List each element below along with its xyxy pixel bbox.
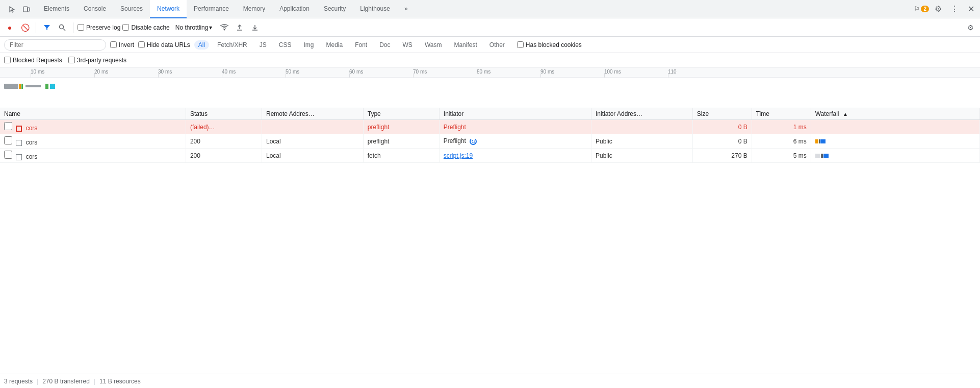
tab-memory[interactable]: Memory	[236, 0, 272, 18]
row-checkbox-1[interactable]	[4, 122, 12, 130]
timeline-ruler: 10 ms 20 ms 30 ms 40 ms 50 ms 60 ms 70 m…	[0, 67, 980, 78]
tab-console[interactable]: Console	[76, 0, 113, 18]
filter-type-ws[interactable]: WS	[399, 40, 417, 50]
col-header-status: Status	[186, 108, 262, 120]
cell-waterfall-2	[811, 134, 979, 149]
device-toggle-icon[interactable]	[20, 3, 33, 15]
normal-icon-2	[16, 140, 22, 146]
more-options-icon[interactable]: ⋮	[947, 2, 962, 16]
col-header-initiator-addr: Initiator Addres…	[591, 108, 693, 120]
initiator-link-3[interactable]: script.js:19	[444, 152, 473, 159]
table-row[interactable]: cors 200 Local fetch script.js:19 Public…	[0, 149, 980, 163]
tick-20ms: 20 ms	[94, 69, 108, 75]
download-icon-button[interactable]	[248, 21, 262, 34]
close-icon[interactable]: ✕	[964, 2, 978, 16]
cell-type-2: preflight	[363, 134, 439, 149]
has-blocked-cookies-checkbox[interactable]: Has blocked cookies	[517, 41, 582, 48]
cell-size-3: 270 B	[692, 149, 752, 163]
tab-elements[interactable]: Elements	[37, 0, 76, 18]
timeline-bar-gray2	[25, 85, 41, 87]
row-name-3: cors	[26, 153, 38, 160]
filter-type-fetch-xhr[interactable]: Fetch/XHR	[213, 40, 251, 50]
filter-type-other[interactable]: Other	[485, 40, 509, 50]
wifi-icon-button[interactable]	[218, 21, 231, 34]
filter-type-js[interactable]: JS	[255, 40, 271, 50]
cell-remote-3: Local	[262, 149, 364, 163]
filter-type-doc[interactable]: Doc	[375, 40, 394, 50]
cursor-icon[interactable]	[6, 3, 18, 15]
timeline-bar-orange	[19, 84, 21, 89]
blocked-requests-checkbox[interactable]: Blocked Requests	[4, 57, 62, 64]
tick-110ms: 110	[668, 69, 677, 75]
row-checkbox-2[interactable]	[4, 136, 12, 144]
invert-checkbox[interactable]: Invert	[110, 41, 134, 48]
tab-network[interactable]: Network	[150, 0, 187, 18]
network-toolbar: ● 🚫 Preserve log Disable cache No thrott…	[0, 18, 980, 37]
search-button[interactable]	[56, 21, 69, 34]
throttle-select[interactable]: No throttling ▾	[172, 22, 216, 33]
filter-type-img[interactable]: Img	[299, 40, 318, 50]
status-transferred: 270 B transferred	[42, 378, 90, 385]
issue-badge-container[interactable]: ⚐ 2	[914, 5, 929, 13]
network-table: Name Status Remote Addres… Type Initiato…	[0, 108, 980, 163]
timeline-bar-teal	[50, 84, 55, 89]
network-settings-icon[interactable]: ⚙	[964, 21, 977, 34]
filter-type-wasm[interactable]: Wasm	[421, 40, 446, 50]
filter-type-css[interactable]: CSS	[275, 40, 296, 50]
cell-initaddr-3: Public	[591, 149, 693, 163]
tab-more[interactable]: »	[397, 0, 415, 18]
cell-remote-2: Local	[262, 134, 364, 149]
stop-recording-button[interactable]: 🚫	[18, 21, 32, 34]
svg-rect-0	[23, 7, 28, 12]
tick-80ms: 80 ms	[477, 69, 491, 75]
filter-type-all[interactable]: All	[194, 40, 209, 50]
filter-type-media[interactable]: Media	[322, 40, 347, 50]
tab-application[interactable]: Application	[272, 0, 317, 18]
third-party-checkbox[interactable]: 3rd-party requests	[68, 57, 126, 64]
col-header-initiator: Initiator	[439, 108, 591, 120]
row-checkbox-3[interactable]	[4, 151, 12, 159]
cell-type-1: preflight	[363, 120, 439, 134]
network-table-wrapper[interactable]: Name Status Remote Addres… Type Initiato…	[0, 108, 980, 374]
status-requests: 3 requests	[4, 378, 33, 385]
timeline: 10 ms 20 ms 30 ms 40 ms 50 ms 60 ms 70 m…	[0, 67, 980, 108]
tab-performance[interactable]: Performance	[187, 0, 236, 18]
cell-type-3: fetch	[363, 149, 439, 163]
cell-size-1: 0 B	[692, 120, 752, 134]
cell-size-2: 0 B	[692, 134, 752, 149]
filter-type-manifest[interactable]: Manifest	[450, 40, 481, 50]
filter-type-font[interactable]: Font	[351, 40, 371, 50]
filter-bar-2: Blocked Requests 3rd-party requests	[0, 53, 980, 67]
record-button[interactable]: ●	[3, 21, 16, 34]
separator-2	[73, 22, 73, 33]
tick-90ms: 90 ms	[540, 69, 554, 75]
devtools-icons	[2, 3, 37, 15]
settings-icon[interactable]: ⚙	[931, 2, 945, 16]
cell-status-3: 200	[186, 149, 262, 163]
tab-sources[interactable]: Sources	[113, 0, 150, 18]
cell-initiator-1: Preflight	[439, 120, 591, 134]
tab-lighthouse[interactable]: Lighthouse	[353, 0, 397, 18]
preserve-log-checkbox[interactable]: Preserve log	[78, 24, 120, 31]
table-row[interactable]: cors (failed)… preflight Preflight 0 B 1…	[0, 120, 980, 134]
filter-icon-button[interactable]	[40, 21, 54, 34]
upload-icon-button[interactable]	[233, 21, 246, 34]
cell-name-1: cors	[0, 120, 186, 134]
tab-security[interactable]: Security	[317, 0, 353, 18]
col-header-size: Size	[692, 108, 752, 120]
hide-data-urls-checkbox[interactable]: Hide data URLs	[138, 41, 190, 48]
filter-input[interactable]	[4, 39, 106, 51]
disable-cache-checkbox[interactable]: Disable cache	[122, 24, 169, 31]
svg-point-2	[60, 25, 64, 29]
svg-line-3	[63, 29, 65, 31]
waterfall-sort-arrow: ▲	[843, 111, 848, 117]
wf-bar-blue2	[823, 154, 829, 158]
cell-time-2: 6 ms	[752, 134, 811, 149]
table-row[interactable]: cors 200 Local preflight Preflight ↻ Pub…	[0, 134, 980, 149]
wf-bar-dark	[821, 154, 823, 158]
col-header-waterfall: Waterfall ▲	[811, 108, 979, 120]
separator-1	[36, 22, 36, 33]
waterfall-bars-3	[815, 152, 975, 159]
initiator-text-2: Preflight	[444, 137, 466, 144]
col-header-remote: Remote Addres…	[262, 108, 364, 120]
